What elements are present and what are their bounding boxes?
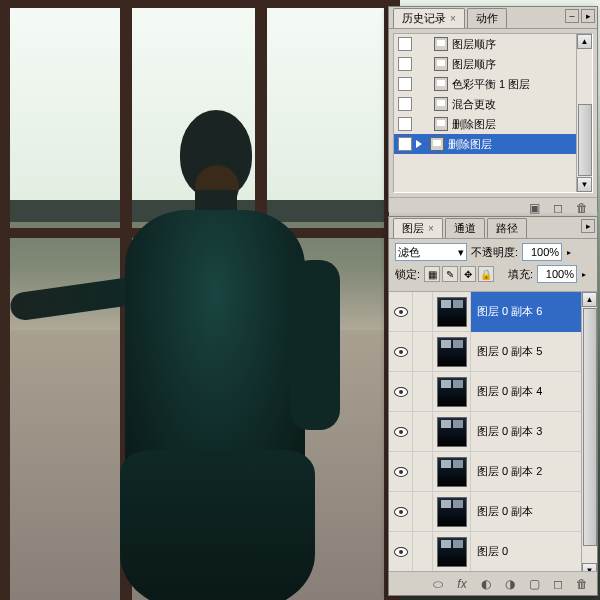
history-toggle[interactable] bbox=[398, 137, 412, 151]
scroll-thumb[interactable] bbox=[578, 104, 592, 176]
photo-subject bbox=[95, 110, 335, 600]
history-item[interactable]: 混合更改 bbox=[394, 94, 592, 114]
fill-input[interactable]: 100% bbox=[537, 265, 577, 283]
blend-mode-value: 滤色 bbox=[398, 245, 420, 260]
scroll-up-button[interactable]: ▲ bbox=[582, 292, 597, 307]
history-toggle[interactable] bbox=[398, 57, 412, 71]
history-label: 图层顺序 bbox=[452, 57, 496, 72]
layer-thumbnail[interactable] bbox=[437, 297, 467, 327]
history-toggle[interactable] bbox=[398, 77, 412, 91]
layer-row[interactable]: 图层 0 副本 5 bbox=[389, 332, 597, 372]
history-item[interactable]: 色彩平衡 1 图层 bbox=[394, 74, 592, 94]
history-scrollbar[interactable]: ▲ ▼ bbox=[576, 34, 592, 192]
history-panel: 历史记录× 动作 – ▸ 图层顺序 图层顺序 色彩平衡 1 图层 混合更改 删除… bbox=[388, 6, 598, 212]
link-cell[interactable] bbox=[413, 452, 433, 492]
layer-fx-button[interactable]: fx bbox=[453, 575, 471, 593]
opacity-label: 不透明度: bbox=[471, 245, 518, 260]
delete-layer-button[interactable]: 🗑 bbox=[573, 575, 591, 593]
layer-name[interactable]: 图层 0 副本 2 bbox=[471, 452, 597, 492]
layer-thumbnail[interactable] bbox=[437, 497, 467, 527]
history-toggle[interactable] bbox=[398, 97, 412, 111]
layer-thumbnail[interactable] bbox=[437, 377, 467, 407]
new-snapshot-button[interactable]: ▣ bbox=[525, 199, 543, 217]
document-icon bbox=[434, 77, 448, 91]
new-document-button[interactable]: ◻ bbox=[549, 199, 567, 217]
history-toggle[interactable] bbox=[398, 117, 412, 131]
visibility-eye-icon[interactable] bbox=[394, 387, 408, 397]
layer-row[interactable]: 图层 0 副本 6 bbox=[389, 292, 597, 332]
layer-name[interactable]: 图层 0 副本 5 bbox=[471, 332, 597, 372]
lock-pixels-button[interactable]: ✎ bbox=[442, 266, 458, 282]
delete-button[interactable]: 🗑 bbox=[573, 199, 591, 217]
fill-flyout-button[interactable]: ▸ bbox=[581, 270, 591, 279]
history-item[interactable]: 图层顺序 bbox=[394, 54, 592, 74]
layer-row[interactable]: 图层 0 副本 4 bbox=[389, 372, 597, 412]
history-label: 图层顺序 bbox=[452, 37, 496, 52]
visibility-eye-icon[interactable] bbox=[394, 467, 408, 477]
layer-row[interactable]: 图层 0 副本 bbox=[389, 492, 597, 532]
close-icon[interactable]: × bbox=[428, 223, 434, 234]
scroll-up-button[interactable]: ▲ bbox=[577, 34, 592, 49]
fill-label: 填充: bbox=[508, 267, 533, 282]
layers-scrollbar[interactable]: ▲ ▼ bbox=[581, 292, 597, 578]
visibility-eye-icon[interactable] bbox=[394, 547, 408, 557]
tab-layers-label: 图层 bbox=[402, 222, 424, 234]
adjustment-layer-button[interactable]: ◑ bbox=[501, 575, 519, 593]
tab-layers[interactable]: 图层× bbox=[393, 218, 443, 238]
history-item[interactable]: 删除图层 bbox=[394, 114, 592, 134]
opacity-flyout-button[interactable]: ▸ bbox=[566, 248, 576, 257]
tab-actions[interactable]: 动作 bbox=[467, 8, 507, 28]
fill-value: 100% bbox=[546, 268, 574, 280]
history-item[interactable]: 删除图层 bbox=[394, 134, 592, 154]
panel-minimize-button[interactable]: – bbox=[565, 9, 579, 23]
layer-row[interactable]: 图层 0 副本 3 bbox=[389, 412, 597, 452]
link-cell[interactable] bbox=[413, 412, 433, 452]
history-item[interactable]: 图层顺序 bbox=[394, 34, 592, 54]
visibility-eye-icon[interactable] bbox=[394, 347, 408, 357]
layers-tabbar: 图层× 通道 路径 ▸ bbox=[389, 217, 597, 239]
lock-position-button[interactable]: ✥ bbox=[460, 266, 476, 282]
tab-paths[interactable]: 路径 bbox=[487, 218, 527, 238]
layer-thumbnail[interactable] bbox=[437, 337, 467, 367]
layer-name[interactable]: 图层 0 副本 bbox=[471, 492, 597, 532]
close-icon[interactable]: × bbox=[450, 13, 456, 24]
current-state-icon bbox=[416, 140, 422, 148]
layer-thumbnail[interactable] bbox=[437, 457, 467, 487]
layer-thumbnail[interactable] bbox=[437, 537, 467, 567]
layer-row[interactable]: 图层 0 副本 2 bbox=[389, 452, 597, 492]
layers-options: 滤色▾ 不透明度: 100% ▸ 锁定: ▦ ✎ ✥ 🔒 填充: 100% ▸ bbox=[389, 239, 597, 292]
link-cell[interactable] bbox=[413, 532, 433, 572]
layers-panel: 图层× 通道 路径 ▸ 滤色▾ 不透明度: 100% ▸ 锁定: ▦ ✎ ✥ 🔒… bbox=[388, 216, 598, 596]
link-cell[interactable] bbox=[413, 372, 433, 412]
new-group-button[interactable]: ▢ bbox=[525, 575, 543, 593]
blend-mode-select[interactable]: 滤色▾ bbox=[395, 243, 467, 261]
link-cell[interactable] bbox=[413, 292, 433, 332]
visibility-eye-icon[interactable] bbox=[394, 427, 408, 437]
tab-history[interactable]: 历史记录× bbox=[393, 8, 465, 28]
scroll-down-button[interactable]: ▼ bbox=[577, 177, 592, 192]
visibility-eye-icon[interactable] bbox=[394, 307, 408, 317]
layer-row[interactable]: 图层 0 bbox=[389, 532, 597, 572]
layer-name[interactable]: 图层 0 副本 4 bbox=[471, 372, 597, 412]
link-cell[interactable] bbox=[413, 492, 433, 532]
panel-menu-button[interactable]: ▸ bbox=[581, 9, 595, 23]
layer-mask-button[interactable]: ◐ bbox=[477, 575, 495, 593]
history-label: 色彩平衡 1 图层 bbox=[452, 77, 530, 92]
opacity-input[interactable]: 100% bbox=[522, 243, 562, 261]
tab-channels[interactable]: 通道 bbox=[445, 218, 485, 238]
history-list: 图层顺序 图层顺序 色彩平衡 1 图层 混合更改 删除图层 删除图层 ▲ ▼ bbox=[393, 33, 593, 193]
lock-transparency-button[interactable]: ▦ bbox=[424, 266, 440, 282]
link-layers-button[interactable]: ⬭ bbox=[429, 575, 447, 593]
layer-name[interactable]: 图层 0 bbox=[471, 532, 597, 572]
layer-name[interactable]: 图层 0 副本 6 bbox=[471, 292, 597, 332]
new-layer-button[interactable]: ◻ bbox=[549, 575, 567, 593]
visibility-eye-icon[interactable] bbox=[394, 507, 408, 517]
layer-thumbnail[interactable] bbox=[437, 417, 467, 447]
link-cell[interactable] bbox=[413, 332, 433, 372]
scroll-thumb[interactable] bbox=[583, 308, 597, 546]
layer-name[interactable]: 图层 0 副本 3 bbox=[471, 412, 597, 452]
history-toggle[interactable] bbox=[398, 37, 412, 51]
layers-list: 图层 0 副本 6 图层 0 副本 5 图层 0 副本 4 图层 0 副本 3 … bbox=[389, 292, 597, 578]
panel-menu-button[interactable]: ▸ bbox=[581, 219, 595, 233]
lock-all-button[interactable]: 🔒 bbox=[478, 266, 494, 282]
